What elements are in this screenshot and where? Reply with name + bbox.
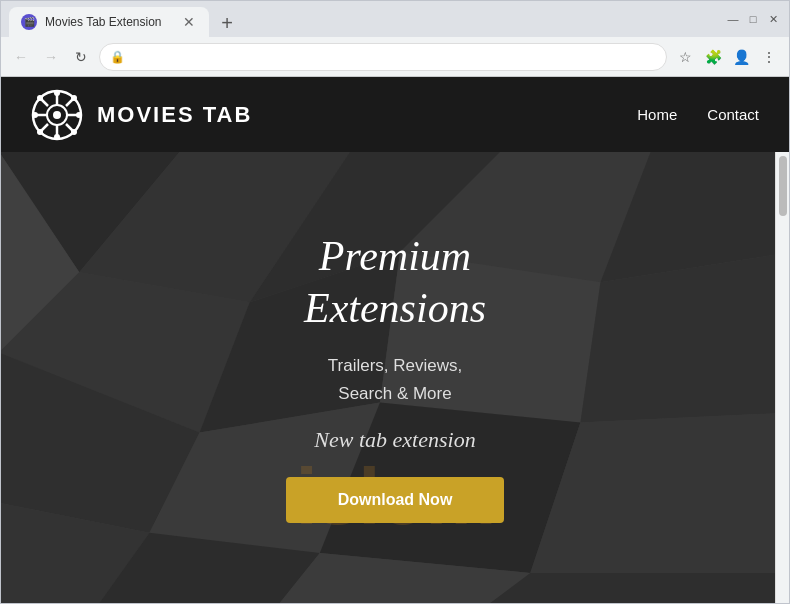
nav-home[interactable]: Home [637, 106, 677, 123]
hero-title-line2: Extensions [286, 284, 505, 332]
forward-button[interactable]: → [39, 45, 63, 69]
logo-icon [31, 89, 83, 141]
hero-subtitle: Trailers, Reviews, Search & More [286, 352, 505, 406]
site-nav: MOVIES TAB Home Contact [1, 77, 789, 152]
hero-section: islom Premium Extensions Trailers, Revie… [1, 152, 789, 603]
active-tab[interactable]: 🎬 Movies Tab Extension ✕ [9, 7, 209, 37]
svg-point-14 [76, 112, 82, 118]
close-button[interactable]: ✕ [765, 11, 781, 27]
tab-title: Movies Tab Extension [45, 15, 173, 29]
profile-icon[interactable]: 👤 [729, 45, 753, 69]
hero-tag: New tab extension [286, 427, 505, 453]
download-now-button[interactable]: Download Now [286, 477, 505, 523]
extensions-icon[interactable]: 🧩 [701, 45, 725, 69]
refresh-button[interactable]: ↻ [69, 45, 93, 69]
svg-point-10 [53, 111, 61, 119]
svg-point-15 [37, 95, 43, 101]
browser-frame: 🎬 Movies Tab Extension ✕ + — □ ✕ ← → ↻ 🔒… [0, 0, 790, 604]
logo-area: MOVIES TAB [31, 89, 252, 141]
svg-point-16 [71, 129, 77, 135]
title-bar: 🎬 Movies Tab Extension ✕ + — □ ✕ [1, 1, 789, 37]
maximize-button[interactable]: □ [745, 11, 761, 27]
scrollbar[interactable] [775, 152, 789, 603]
lock-icon: 🔒 [110, 50, 125, 64]
logo-text: MOVIES TAB [97, 102, 252, 128]
subtitle-line2: Search & More [338, 384, 451, 403]
svg-point-13 [32, 112, 38, 118]
hero-title-line1: Premium [286, 232, 505, 280]
tab-favicon: 🎬 [21, 14, 37, 30]
toolbar-icons: ☆ 🧩 👤 ⋮ [673, 45, 781, 69]
new-tab-button[interactable]: + [213, 9, 241, 37]
scrollbar-thumb[interactable] [779, 156, 787, 216]
svg-point-12 [54, 134, 60, 140]
svg-point-11 [54, 90, 60, 96]
nav-contact[interactable]: Contact [707, 106, 759, 123]
address-bar: ← → ↻ 🔒 ☆ 🧩 👤 ⋮ [1, 37, 789, 77]
window-controls: — □ ✕ [725, 11, 781, 27]
url-bar[interactable]: 🔒 [99, 43, 667, 71]
back-button[interactable]: ← [9, 45, 33, 69]
svg-marker-37 [490, 573, 789, 603]
bookmark-icon[interactable]: ☆ [673, 45, 697, 69]
svg-point-17 [71, 95, 77, 101]
tabs-area: 🎬 Movies Tab Extension ✕ + [9, 1, 725, 37]
page-content: MOVIES TAB Home Contact [1, 77, 789, 603]
subtitle-line1: Trailers, Reviews, [328, 356, 462, 375]
tab-close-button[interactable]: ✕ [181, 14, 197, 30]
hero-content: Premium Extensions Trailers, Reviews, Se… [286, 232, 505, 522]
nav-links: Home Contact [637, 106, 759, 123]
minimize-button[interactable]: — [725, 11, 741, 27]
menu-icon[interactable]: ⋮ [757, 45, 781, 69]
svg-point-18 [37, 129, 43, 135]
website: MOVIES TAB Home Contact [1, 77, 789, 603]
